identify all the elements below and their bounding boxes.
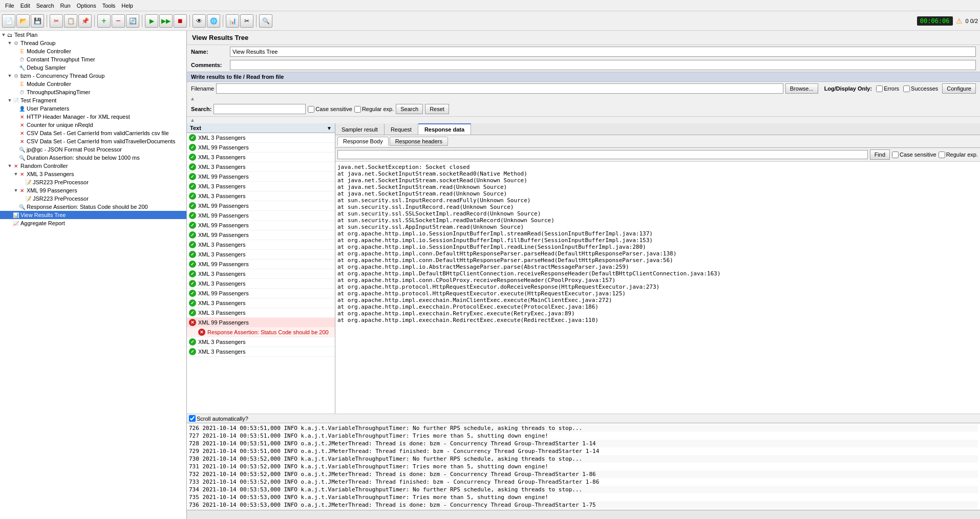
list-item[interactable]: ✓XML 3 Passengers [187,191,335,201]
tree-item-aggregate[interactable]: 📈 Aggregate Report [0,219,186,227]
save-button[interactable]: 💾 [31,14,44,28]
scroll-auto-label[interactable]: Scroll automatically? [189,415,248,422]
reg-exp2-checkbox[interactable] [939,152,945,158]
tree-item-jsr223-2[interactable]: 📝 JSR223 PreProcessor [0,194,186,203]
list-item[interactable]: ✓XML 3 Passengers [187,250,335,260]
list-item[interactable]: ✓XML 99 Passengers [187,260,335,269]
scroll-auto-checkbox[interactable] [189,415,196,422]
start-nopause-button[interactable]: ▶▶ [159,14,173,28]
expand-icon6[interactable]: ▼ [13,188,18,193]
copy-button[interactable]: 📋 [64,14,77,28]
errors-checkbox[interactable] [876,85,883,92]
tree-item-csv1[interactable]: ✕ CSV Data Set - Get CarrierId from vali… [0,129,186,137]
list-item[interactable]: ✓XML 3 Passengers [187,240,335,250]
list-item[interactable]: ✕XML 99 Passengers [187,318,335,328]
reset-button[interactable]: Reset [425,104,449,114]
browse-button[interactable]: Browse... [785,83,818,94]
paste-button[interactable]: 📌 [78,14,92,28]
regular-exp-label[interactable]: Regular exp. [354,106,394,113]
filename-input[interactable] [216,83,783,94]
expand-icon4[interactable]: ▼ [7,163,12,168]
case-sens2-checkbox[interactable] [892,152,899,158]
list-item[interactable]: ✓XML 3 Passengers [187,269,335,279]
add-button[interactable]: + [97,14,111,28]
list-item[interactable]: ✓XML 3 Passengers [187,347,335,357]
menu-help[interactable]: Help [118,2,136,10]
cut-button[interactable]: ✂ [50,14,63,28]
list-item[interactable]: ✓XML 99 Passengers [187,221,335,230]
cut2-button[interactable]: ✂ [240,14,253,28]
menu-tools[interactable]: Tools [99,2,119,10]
successes-check-label[interactable]: Successes [903,85,938,92]
tree-item-constant-timer[interactable]: ⏱ Constant Throughput Timer [0,55,186,63]
list-item[interactable]: ✓XML 3 Passengers [187,133,335,143]
tree-item-counter[interactable]: ✕ Counter for unique nReqId [0,121,186,129]
tree-item-xml3[interactable]: ▼ ✕ XML 3 Passengers [0,170,186,178]
tree-item-user-params[interactable]: 👤 User Parameters [0,104,186,113]
tree-item-csv2[interactable]: ✕ CSV Data Set - Get CarrierId from vali… [0,137,186,145]
list-item[interactable]: ✓XML 99 Passengers [187,211,335,221]
open-button[interactable]: 📂 [16,14,30,28]
tree-item-jpgc[interactable]: 🔍 jp@gc - JSON Format Post Processor [0,145,186,154]
tree-item-test-plan[interactable]: ▼ 🗂 Test Plan [0,31,186,39]
tree-item-module-controller[interactable]: E Module Controller [0,47,186,55]
summary-button[interactable]: 📊 [226,14,239,28]
successes-checkbox[interactable] [903,85,910,92]
list-item[interactable]: ✓XML 3 Passengers [187,298,335,308]
expand-icon[interactable]: ▼ [1,32,6,37]
expand-icon5[interactable]: ▼ [13,171,18,177]
find-button[interactable]: Find [870,149,890,160]
tree-item-resp-assert[interactable]: 🔍 Response Assertion: Status Code should… [0,203,186,211]
refresh-button[interactable]: 🔄 [126,14,139,28]
list-item[interactable]: ✓XML 99 Passengers [187,143,335,153]
configure-button[interactable]: Configure [942,83,976,94]
menu-edit[interactable]: Edit [17,2,33,10]
list-item[interactable]: ✓XML 3 Passengers [187,153,335,162]
tree-item-duration-assert[interactable]: 🔍 Duration Assertion: should be below 10… [0,154,186,162]
list-sub-item[interactable]: ✕Response Assertion: Status Code should … [187,328,335,337]
list-item[interactable]: ✓XML 99 Passengers [187,172,335,182]
menu-file[interactable]: File [2,2,17,10]
start-button[interactable]: ▶ [145,14,158,28]
response-body-tab[interactable]: Response Body [337,137,389,146]
tab-request[interactable]: Request [385,123,418,135]
case-sensitive-checkbox[interactable] [308,106,314,113]
sort-icon[interactable]: ▼ [327,125,332,131]
menu-run[interactable]: Run [57,2,74,10]
remote-button1[interactable]: 👁 [193,14,206,28]
search-input[interactable] [214,104,306,114]
tree-item-test-fragment[interactable]: ▼ 📄 Test Fragment [0,96,186,104]
expand-icon[interactable]: ▼ [7,40,12,46]
case-sens2-label[interactable]: Case sensitive [892,152,936,158]
find-input[interactable] [337,150,868,159]
comments-input[interactable] [230,60,976,70]
response-headers-tab[interactable]: Response headers [390,137,448,146]
errors-check-label[interactable]: Errors [876,85,899,92]
tab-response-data[interactable]: Response data [418,123,471,135]
list-item[interactable]: ✓XML 3 Passengers [187,279,335,289]
tree-item-view-results[interactable]: 📊 View Results Tree [0,211,186,219]
tree-item-random-ctrl[interactable]: ▼ ✕ Random Controller [0,162,186,170]
case-sensitive-label[interactable]: Case sensitive [308,106,352,113]
tree-item-xml99[interactable]: ▼ ✕ XML 99 Passengers [0,186,186,194]
tab-sampler-result[interactable]: Sampler result [335,123,385,135]
tree-item-jsr223-1[interactable]: 📝 JSR223 PreProcessor [0,178,186,186]
menu-options[interactable]: Options [74,2,99,10]
stop-button[interactable]: ⏹ [174,14,187,28]
list-item[interactable]: ✓XML 3 Passengers [187,162,335,172]
list-item[interactable]: ✓XML 99 Passengers [187,230,335,240]
list-item[interactable]: ✓XML 3 Passengers [187,308,335,318]
remote-button2[interactable]: 🌐 [207,14,220,28]
list-item[interactable]: ✓XML 3 Passengers [187,182,335,191]
regular-exp-checkbox[interactable] [354,106,361,113]
remove-button[interactable]: − [112,14,125,28]
search-button[interactable]: Search [396,104,423,114]
new-button[interactable]: 📄 [2,14,15,28]
list-item[interactable]: ✓XML 99 Passengers [187,289,335,298]
tree-item-thread-group[interactable]: ▼ ⚙ Thread Group [0,39,186,47]
name-input[interactable] [230,47,976,57]
tree-item-debug-sampler[interactable]: 🔧 Debug Sampler [0,63,186,72]
list-item[interactable]: ✓XML 99 Passengers [187,201,335,211]
expand-icon[interactable]: ▼ [7,73,12,78]
tree-item-throughput-timer[interactable]: ⏱ ThroughputShapingTimer [0,88,186,96]
